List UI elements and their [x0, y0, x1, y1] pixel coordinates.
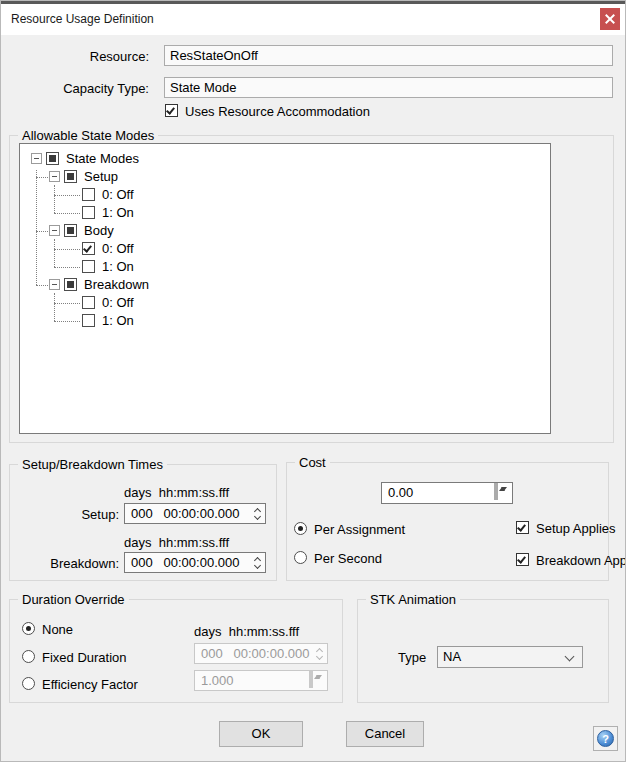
tree-connector	[54, 321, 80, 322]
tree-item-label[interactable]: 1: On	[102, 259, 134, 274]
per-second-radio[interactable]	[294, 551, 307, 564]
setup-breakdown-times-group-label: Setup/Breakdown Times	[18, 457, 167, 472]
breakdown-applies-checkbox[interactable]	[516, 553, 529, 566]
tree-item-checkbox[interactable]	[82, 242, 95, 255]
tree-item[interactable]: 1: On	[20, 312, 550, 330]
tree-connector	[54, 293, 55, 321]
resource-label: Resource:	[21, 49, 149, 64]
ok-button[interactable]: OK	[219, 721, 303, 747]
tree-item[interactable]: Breakdown	[20, 276, 550, 294]
tree-connector	[54, 267, 80, 268]
breakdown-time-spinner[interactable]: 000 00:00:00.000	[124, 552, 266, 573]
cost-amount-spinner[interactable]: 0.00	[381, 482, 513, 504]
tree-item-checkbox[interactable]	[82, 260, 95, 273]
spin-down-button	[311, 671, 313, 688]
tree-item-label[interactable]: Setup	[84, 169, 118, 184]
spinner-arrows-icon[interactable]	[253, 506, 261, 519]
check-icon	[517, 522, 526, 531]
per-assignment-radio[interactable]	[294, 522, 307, 535]
breakdown-time-value: 000 00:00:00.000	[131, 555, 239, 570]
breakdown-applies-label: Breakdown Applies	[536, 553, 626, 568]
cost-group-label: Cost	[295, 455, 330, 470]
tree-item-checkbox[interactable]	[82, 188, 95, 201]
tree-item-label[interactable]: 1: On	[102, 205, 134, 220]
down-arrow-icon	[501, 487, 507, 491]
duration-none-radio[interactable]	[22, 622, 35, 635]
partial-check-icon	[49, 155, 56, 162]
setup-time-spinner[interactable]: 000 00:00:00.000	[124, 503, 266, 524]
duration-override-group-label: Duration Override	[18, 592, 129, 607]
tree-connector	[36, 177, 48, 178]
tree-item-checkbox[interactable]	[82, 206, 95, 219]
tree-item-label[interactable]: Body	[84, 223, 114, 238]
setup-applies-checkbox[interactable]	[516, 521, 529, 534]
minus-icon	[52, 176, 57, 177]
radio-dot-icon	[26, 626, 31, 631]
uses-resource-accommodation-checkbox[interactable]	[165, 104, 178, 117]
efficiency-factor-label: Efficiency Factor	[42, 677, 138, 692]
per-assignment-label: Per Assignment	[314, 522, 405, 537]
tree-item-label[interactable]: 0: Off	[102, 295, 134, 310]
per-second-label: Per Second	[314, 551, 382, 566]
capacity-type-label: Capacity Type:	[21, 81, 149, 96]
tree-item[interactable]: 0: Off	[20, 240, 550, 258]
tree-item-checkbox[interactable]	[82, 314, 95, 327]
spin-down-icon	[315, 653, 322, 660]
allowable-state-modes-group-label: Allowable State Modes	[18, 128, 158, 143]
setup-time-value: 000 00:00:00.000	[131, 506, 239, 521]
down-arrow-icon	[316, 675, 322, 679]
tree-item-label[interactable]: 1: On	[102, 313, 134, 328]
tree-item-label[interactable]: 0: Off	[102, 187, 134, 202]
minus-icon	[52, 284, 57, 285]
tree-collapse-icon[interactable]	[49, 171, 60, 182]
efficiency-factor-radio[interactable]	[22, 677, 35, 690]
setup-time-format-label: days hh:mm:ss.fff	[124, 485, 229, 500]
setup-time-label: Setup:	[31, 507, 119, 522]
state-modes-tree[interactable]: State ModesSetup0: Off1: OnBody0: Off1: …	[19, 143, 551, 434]
capacity-type-field[interactable]: State Mode	[164, 77, 613, 98]
spin-down-button[interactable]	[496, 483, 498, 500]
tree-item[interactable]: State Modes	[20, 150, 550, 168]
uses-resource-accommodation-label: Uses Resource Accommodation	[185, 104, 370, 119]
help-button[interactable]: ?	[593, 726, 618, 751]
close-button[interactable]	[600, 8, 620, 30]
partial-check-icon	[67, 281, 74, 288]
spinner-arrows-icon	[315, 646, 323, 659]
animation-type-dropdown[interactable]: NA	[437, 646, 583, 668]
duration-format-label: days hh:mm:ss.fff	[194, 624, 299, 639]
setup-applies-label: Setup Applies	[536, 521, 616, 536]
tree-item[interactable]: 0: Off	[20, 294, 550, 312]
tree-item-checkbox[interactable]	[64, 224, 77, 237]
tree-collapse-icon[interactable]	[49, 279, 60, 290]
fixed-duration-label: Fixed Duration	[42, 650, 127, 665]
title-bar: Resource Usage Definition	[1, 4, 625, 35]
tree-collapse-icon[interactable]	[49, 225, 60, 236]
tree-item-checkbox[interactable]	[64, 170, 77, 183]
spin-down-icon	[253, 513, 260, 520]
help-icon: ?	[597, 730, 614, 747]
tree-item-label[interactable]: State Modes	[66, 151, 139, 166]
duration-none-label: None	[42, 622, 73, 637]
tree-item[interactable]: 1: On	[20, 204, 550, 222]
tree-item-checkbox[interactable]	[64, 278, 77, 291]
fixed-duration-value: 000 00:00:00.000	[201, 646, 309, 661]
cancel-button[interactable]: Cancel	[346, 721, 424, 747]
fixed-duration-radio[interactable]	[22, 650, 35, 663]
tree-item-checkbox[interactable]	[46, 152, 59, 165]
tree-item-checkbox[interactable]	[82, 296, 95, 309]
spinner-buttons[interactable]	[494, 484, 511, 502]
tree-item[interactable]: Setup	[20, 168, 550, 186]
tree-item-label[interactable]: 0: Off	[102, 241, 134, 256]
resource-field[interactable]: ResStateOnOff	[164, 45, 613, 66]
tree-collapse-icon[interactable]	[31, 153, 42, 164]
tree-item[interactable]: 0: Off	[20, 186, 550, 204]
resource-usage-definition-dialog: Resource Usage Definition Resource: ResS…	[0, 0, 626, 762]
tree-item[interactable]: Body	[20, 222, 550, 240]
tree-connector	[54, 195, 80, 196]
spinner-arrows-icon[interactable]	[253, 555, 261, 568]
tree-item[interactable]: 1: On	[20, 258, 550, 276]
tree-item-label[interactable]: Breakdown	[84, 277, 149, 292]
tree-connector	[54, 185, 55, 213]
spinner-buttons	[309, 672, 326, 689]
cost-amount-value: 0.00	[388, 485, 413, 500]
